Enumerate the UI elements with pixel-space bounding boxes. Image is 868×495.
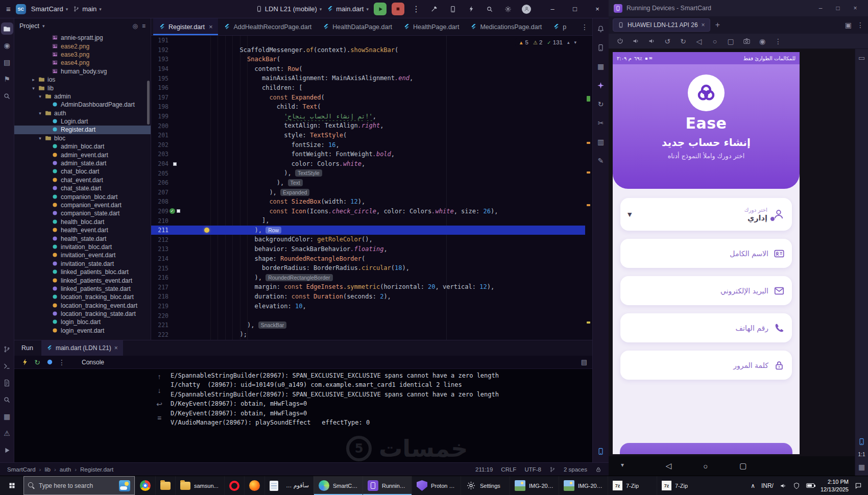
code-line[interactable]: 217 margin: const EdgeInsets.symmetric(h… bbox=[151, 282, 585, 292]
problems-icon[interactable]: ⚠ bbox=[1, 427, 13, 439]
nav-recents-button[interactable]: ▢ bbox=[739, 461, 746, 471]
code-line[interactable]: 201 style: TextStyle( bbox=[151, 131, 585, 140]
soft-wrap-icon[interactable]: ↩ bbox=[155, 400, 164, 409]
editor-tab[interactable]: AddHealthRecordPage.dart bbox=[218, 18, 317, 35]
code-line[interactable]: 207 ), Expanded bbox=[151, 188, 585, 197]
add-device-icon[interactable]: + bbox=[715, 20, 720, 30]
code-line[interactable]: 202 fontSize: 16, bbox=[151, 140, 585, 150]
tree-item[interactable]: ▾bloc bbox=[14, 134, 151, 142]
code-line[interactable]: 220 bbox=[151, 311, 585, 320]
running-devices-tool-icon[interactable] bbox=[595, 445, 607, 457]
taskbar-item-browser[interactable] bbox=[244, 476, 264, 495]
power-icon[interactable] bbox=[615, 36, 625, 46]
project-selector[interactable]: SmartCard▾ bbox=[31, 5, 68, 13]
tree-item[interactable]: location_tracking_event.dart bbox=[14, 302, 151, 310]
code-line[interactable]: 222 ); bbox=[151, 330, 585, 339]
code-line[interactable]: 215 borderRadius: BorderRadius.circular(… bbox=[151, 263, 585, 273]
terminal-icon[interactable] bbox=[1, 360, 13, 372]
tree-item[interactable]: linked_patients_state.dart bbox=[14, 285, 151, 293]
project-scrollbar[interactable] bbox=[147, 81, 150, 125]
code-line[interactable]: 218 duration: const Duration(seconds: 2)… bbox=[151, 292, 585, 302]
weather-icon[interactable] bbox=[119, 480, 130, 491]
hot-restart-icon[interactable]: ↻ bbox=[32, 357, 43, 368]
volume-up-icon[interactable] bbox=[631, 36, 641, 46]
tree-item[interactable]: annie-spratt.jpg bbox=[14, 34, 151, 42]
tree-item[interactable]: login_event.dart bbox=[14, 327, 151, 335]
structure-icon[interactable]: ▤ bbox=[1, 56, 13, 68]
tree-item[interactable]: invitation_state.dart bbox=[14, 260, 151, 268]
code-line[interactable]: 211 ), Row bbox=[151, 226, 585, 235]
app-inspection-icon[interactable] bbox=[1, 393, 13, 406]
tree-item[interactable]: ease2.png bbox=[14, 42, 151, 50]
code-line[interactable]: 221 ), SnackBar bbox=[151, 320, 585, 330]
tree-item[interactable]: invitation_bloc.dart bbox=[14, 243, 151, 251]
password-field[interactable]: كلمة المرور bbox=[620, 351, 792, 380]
profiler-icon[interactable]: ▦ bbox=[1, 410, 13, 423]
tree-item[interactable]: location_tracking_state.dart bbox=[14, 310, 151, 318]
breadcrumb-item[interactable]: SmartCard bbox=[7, 466, 36, 473]
taskbar-item-photo-viewer-2[interactable]: IMG-202... bbox=[559, 476, 608, 495]
tree-item[interactable]: location_tracking_bloc.dart bbox=[14, 293, 151, 301]
volume-down-icon[interactable] bbox=[646, 36, 657, 46]
taskbar-item-settings[interactable]: Settings bbox=[461, 476, 510, 495]
screenshot-icon[interactable] bbox=[741, 36, 752, 46]
branch-selector[interactable]: main▾ bbox=[73, 5, 102, 13]
run-panel-title[interactable]: Run bbox=[21, 344, 33, 352]
clear-all-icon[interactable]: ≡ bbox=[155, 413, 164, 423]
gutter-square-icon[interactable] bbox=[177, 209, 180, 213]
minimize-button[interactable]: – bbox=[541, 0, 564, 18]
tree-item[interactable]: invitation_event.dart bbox=[14, 251, 151, 259]
phone-number-field[interactable]: رقم الهاتف bbox=[620, 313, 792, 342]
nav-overview-icon[interactable]: ▢ bbox=[726, 36, 736, 46]
mirror-phone-icon[interactable] bbox=[858, 438, 865, 445]
tree-item[interactable]: Login.dart bbox=[14, 117, 151, 126]
code-line[interactable]: 199 'تم إنشاء الحساب بنجاح!', bbox=[151, 112, 585, 121]
code-line[interactable]: 193 SnackBar( bbox=[151, 55, 585, 64]
device-tab[interactable]: HUAWEI LDN-L21 API 26 × bbox=[613, 18, 710, 32]
more-actions-icon[interactable]: ⋮ bbox=[56, 357, 67, 368]
settings-gear-icon[interactable] bbox=[501, 3, 515, 16]
panel-option-icon[interactable]: ▭ bbox=[858, 54, 865, 61]
grid-icon[interactable]: ▦ bbox=[858, 463, 865, 471]
tree-item[interactable]: linked_patients_event.dart bbox=[14, 276, 151, 284]
tree-item[interactable]: human_body.svg bbox=[14, 67, 151, 76]
build-icon[interactable] bbox=[428, 3, 441, 16]
tree-item[interactable]: chat_event.dart bbox=[14, 176, 151, 184]
code-line[interactable]: 216 ), RoundedRectangleBorder bbox=[151, 273, 585, 283]
tree-item[interactable]: admin_event.dart bbox=[14, 151, 151, 159]
code-line[interactable]: 192 ScaffoldMessenger.of(context).showSn… bbox=[151, 45, 585, 55]
code-line[interactable]: 200 textAlign: TextAlign.right, bbox=[151, 121, 585, 131]
close-device-tab-icon[interactable]: × bbox=[702, 21, 705, 29]
main-menu-icon[interactable]: ≡ bbox=[6, 5, 11, 13]
panel-options-icon[interactable]: ≡ bbox=[142, 23, 146, 29]
tree-item[interactable]: health_bloc.dart bbox=[14, 218, 151, 226]
device-manager-icon[interactable] bbox=[446, 3, 460, 16]
close-run-tab-icon[interactable]: × bbox=[114, 344, 118, 352]
close-tab-icon[interactable]: × bbox=[209, 23, 213, 31]
tree-item[interactable]: chat_bloc.dart bbox=[14, 167, 151, 176]
role-dropdown[interactable]: اختر دورك إداري ▼ bbox=[620, 198, 792, 231]
rotate-right-icon[interactable]: ↻ bbox=[678, 36, 688, 46]
hot-reload-icon[interactable] bbox=[19, 357, 31, 368]
layout-inspector-icon[interactable]: ▦ bbox=[595, 60, 607, 72]
code-line[interactable]: 203 fontWeight: FontWeight.bold, bbox=[151, 150, 585, 159]
close-button[interactable]: × bbox=[586, 0, 609, 18]
code-line[interactable]: 195 mainAxisAlignment: MainAxisAlignment… bbox=[151, 73, 585, 83]
close-button[interactable]: × bbox=[848, 2, 863, 15]
nav-back-icon[interactable]: ◁ bbox=[694, 36, 704, 46]
project-panel-title[interactable]: Project bbox=[19, 22, 39, 30]
rotate-left-icon[interactable]: ↺ bbox=[662, 36, 672, 46]
taskbar-item-running-devices[interactable]: Running... bbox=[363, 476, 412, 495]
taskbar-item-opera[interactable] bbox=[224, 476, 244, 495]
line-ending[interactable]: CRLF bbox=[501, 466, 516, 473]
taskbar-item-proton-vpn[interactable]: Proton V... bbox=[412, 476, 461, 495]
device-selector[interactable]: LDN L21 (mobile)▾ bbox=[256, 5, 322, 13]
tree-item[interactable]: ease3.png bbox=[14, 51, 151, 59]
more-actions-icon[interactable]: ⋮ bbox=[409, 3, 423, 16]
tree-item[interactable]: ▾auth bbox=[14, 109, 151, 117]
tree-item[interactable]: ▾lib bbox=[14, 84, 151, 92]
git-branch-icon[interactable] bbox=[549, 466, 556, 473]
tree-item[interactable]: companion_event.dart bbox=[14, 201, 151, 209]
run-config-selector[interactable]: main.dart▾ bbox=[327, 5, 369, 13]
run-tab[interactable]: main.dart (LDN L21) × bbox=[41, 340, 123, 356]
